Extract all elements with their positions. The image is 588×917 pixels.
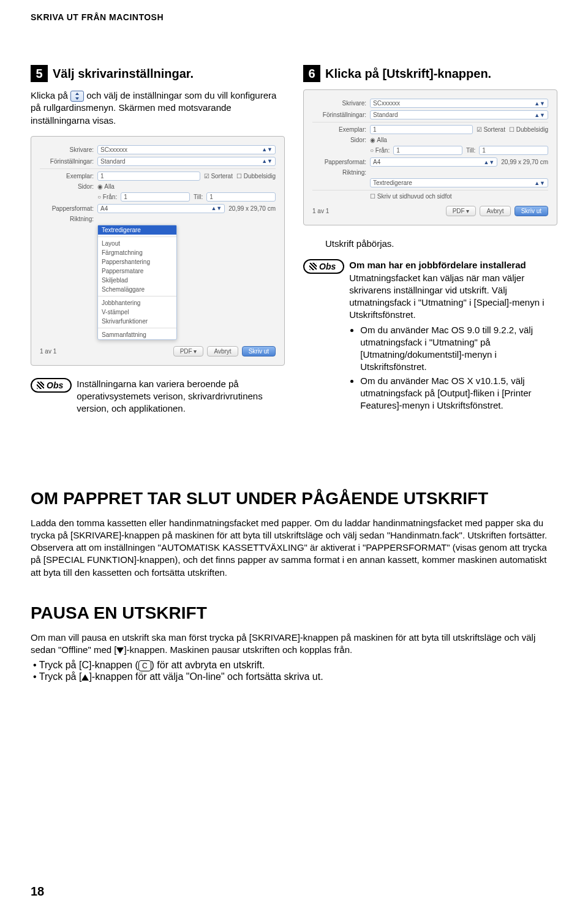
d1-forinst-lbl: Förinställningar: [40,158,94,165]
print-dialog-1: Skrivare:SCxxxxxx▲▼ Förinställningar:Sta… [31,136,285,366]
d1-skrivare-lbl: Skrivare: [40,146,94,153]
obs-chip-right: Obs [303,259,344,274]
right-column: 6 Klicka på [Utskrift]-knappen. Skrivare… [303,65,557,415]
d2-forinst-lbl: Förinställningar: [312,111,366,118]
d2-exemplar-lbl: Exemplar: [312,126,366,133]
d1-papper-lbl: Pappersformat: [40,205,94,212]
stepper-icon [70,91,84,102]
d2-pdf-button[interactable]: PDF ▾ [446,206,477,216]
note-icon [309,263,317,270]
step-5-intro: Klicka på och välj de inställningar som … [31,89,285,127]
obs-right-lead: Om man har en jobbfördelare installerad [349,259,557,271]
section-out-of-paper-title: OM PAPPRET TAR SLUT UNDER PÅGÅENDE UTSKR… [31,489,557,508]
d1-papper-sel[interactable]: A4▲▼ [97,204,225,213]
d1-options-dropdown[interactable]: Textredigerare Layout Färgmatchning Papp… [97,225,177,340]
d2-sorterat[interactable]: ☑ Sorterat [477,126,505,133]
left-column: 5 Välj skrivarinställningar. Klicka på o… [31,65,285,415]
d2-skrivare-sel[interactable]: SCxxxxxx▲▼ [370,99,548,108]
section-out-of-paper-p: Ladda den tomma kassetten eller handinma… [31,517,557,579]
d1-alla[interactable]: ◉ Alla [97,183,115,190]
d2-textredig-sel[interactable]: Textredigerare▲▼ [370,178,548,187]
step-6-number: 6 [303,65,320,82]
d1-dd-item[interactable]: Sammanfattning [98,330,176,339]
note-icon [37,382,44,389]
obs-right-b2: Om du använder Mac OS X v10.1.5, välj ut… [360,375,557,412]
d2-skrivare-lbl: Skrivare: [312,100,366,107]
obs-chip-left: Obs [31,378,72,393]
d1-fran[interactable]: ○ Från: [97,194,117,200]
d1-sidor-lbl: Sidor: [40,183,94,190]
section-pause-p1: Om man vill pausa en utskrift ska man fö… [31,632,557,657]
triangle-down-icon [116,647,124,654]
triangle-up-icon [81,674,89,681]
d1-dd-item[interactable]: Jobbhantering [98,298,176,308]
print-dialog-2: Skrivare:SCxxxxxx▲▼ Förinställningar:Sta… [303,89,557,225]
d1-print-button[interactable]: Skriv ut [242,346,276,357]
d2-sidor-lbl: Sidor: [312,137,366,143]
obs-text-right: Om man har en jobbfördelare installerad … [349,259,557,413]
step-5-title: Välj skrivarinställningar. [53,65,194,82]
d1-cancel-button[interactable]: Avbryt [207,346,238,357]
d2-exemplar-input[interactable]: 1 [370,125,473,134]
d1-sorterat[interactable]: ☑ Sorterat [204,173,233,179]
keycap-c-icon: C [138,660,151,671]
section-pause-b2: Tryck på []-knappen för att välja "On-li… [33,671,557,682]
d1-pages: 1 av 1 [40,348,56,355]
d1-exemplar-lbl: Exemplar: [40,173,94,179]
d1-pdf-button[interactable]: PDF ▾ [173,346,204,357]
page-number: 18 [31,885,44,899]
d1-dd-item[interactable]: Skiljeblad [98,276,176,285]
d1-dubbel[interactable]: ☐ Dubbelsidig [236,173,276,179]
d1-dd-item[interactable]: Pappersmatare [98,266,176,276]
d2-forinst-sel[interactable]: Standard▲▼ [370,110,548,119]
d1-dd-selected[interactable]: Textredigerare [98,225,176,235]
d1-dd-item[interactable]: Pappershantering [98,257,176,266]
d2-print-button[interactable]: Skriv ut [514,206,548,216]
d1-dd-item[interactable]: Färgmatchning [98,248,176,257]
d2-papper-sel[interactable]: A4▲▼ [370,157,497,167]
section-pause-title: PAUSA EN UTSKRIFT [31,603,557,623]
obs-right-p: Utmatningsfacket kan väljas när man välj… [349,272,557,322]
d2-dubbel[interactable]: ☐ Dubbelsidig [509,126,548,133]
d2-cancel-button[interactable]: Avbryt [480,206,510,216]
d2-pages: 1 av 1 [312,208,329,214]
print-starts-text: Utskrift påbörjas. [325,238,557,250]
d2-papper-lbl: Pappersformat: [312,159,366,165]
d2-alla[interactable]: ◉ Alla [370,137,387,143]
step-5-number: 5 [31,65,48,82]
d2-headfoot-check[interactable]: ☐ Skriv ut sidhuvud och sidfot [370,193,452,200]
d2-fran[interactable]: ○ Från: [370,147,390,154]
obs-text-left: Inställningarna kan variera beroende på … [77,378,285,415]
d1-skrivare-sel[interactable]: SCxxxxxx▲▼ [97,145,276,154]
d1-forinst-sel[interactable]: Standard▲▼ [97,157,276,166]
page-header: SKRIVA UT FRÅN MACINTOSH [31,12,557,22]
step-5-intro-a: Klicka på [31,90,70,100]
d1-riktning-lbl: Riktning: [40,216,94,222]
d1-dd-item[interactable]: Skrivarfunktioner [98,317,176,326]
section-pause-b1: Tryck på [C]-knappen (C) för att avbryta… [33,660,557,671]
obs-right-b1: Om du använder Mac OS 9.0 till 9.2.2, vä… [360,324,557,374]
d1-dd-item[interactable]: Layout [98,239,176,248]
d1-exemplar-input[interactable]: 1 [97,172,200,181]
d2-riktning-lbl: Riktning: [312,169,366,176]
step-6-title: Klicka på [Utskrift]-knappen. [325,65,491,82]
d1-dd-item[interactable]: V-stämpel [98,308,176,317]
d1-dd-item[interactable]: Schemaläggare [98,285,176,294]
